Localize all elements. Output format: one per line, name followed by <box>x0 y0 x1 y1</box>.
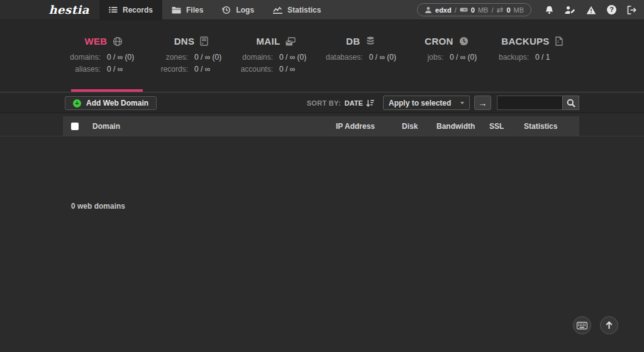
search-button[interactable] <box>562 96 579 110</box>
tab-mail[interactable]: MAIL <box>239 36 313 47</box>
search-group <box>497 96 579 110</box>
stat-col-mail: MAIL domains: 0 / ∞ (0) accounts: 0 / ∞ <box>239 36 313 74</box>
stat-key: databases: <box>326 53 363 62</box>
keyboard-shortcuts-button[interactable] <box>573 316 591 334</box>
stat-col-web: WEB domains: 0 / ∞ (0) aliases: 0 / ∞ <box>63 36 145 74</box>
server-icon <box>200 36 208 46</box>
tab-dns[interactable]: DNS <box>156 36 226 47</box>
list-icon <box>109 6 118 13</box>
stat-key: records: <box>156 65 188 74</box>
stat-title-label: DNS <box>174 36 195 47</box>
user-usage-pill[interactable]: edxd / 0 MB / ⇄ 0 MB <box>417 3 531 16</box>
toolbar-right: SORT BY: DATE Apply to selected → <box>307 96 579 110</box>
folder-icon <box>172 6 181 14</box>
search-input[interactable] <box>497 96 562 110</box>
hdd-icon <box>460 6 468 14</box>
stat-value: 0 / ∞ (0) <box>369 53 396 62</box>
chart-line-icon <box>273 6 282 14</box>
stat-value: 0 / ∞ <box>107 65 145 74</box>
clock-icon <box>459 36 469 46</box>
sort-by-label: SORT BY: <box>307 99 341 107</box>
nav-item-label: Logs <box>236 6 254 14</box>
arrow-up-icon <box>605 321 613 329</box>
select-all-checkbox[interactable] <box>71 123 79 130</box>
exchange-icon: ⇄ <box>496 6 503 14</box>
nav-item-logs[interactable]: Logs <box>213 0 264 19</box>
tab-backups[interactable]: BACKUPS <box>497 36 567 47</box>
nav-item-files[interactable]: Files <box>162 0 213 19</box>
usage-stats-panel: WEB domains: 0 / ∞ (0) aliases: 0 / ∞ DN… <box>0 19 644 92</box>
stat-col-cron: CRON jobs: 0 / ∞ (0) <box>415 36 478 62</box>
stat-title-label: CRON <box>425 36 453 47</box>
notifications-bell-icon[interactable] <box>545 6 554 14</box>
active-tab-underline <box>71 89 143 92</box>
plus-icon: + <box>73 99 81 107</box>
tab-db[interactable]: DB <box>326 36 395 47</box>
stat-col-dns: DNS zones: 0 / ∞ (0) records: 0 / ∞ <box>156 36 226 74</box>
apply-to-selected-select[interactable]: Apply to selected <box>383 96 470 110</box>
keyboard-icon <box>577 322 587 329</box>
sort-amount-icon <box>366 99 374 107</box>
stat-col-db: DB databases: 0 / ∞ (0) <box>326 36 395 62</box>
stat-value: 0 / ∞ (0) <box>279 53 313 62</box>
column-header-bandwidth: Bandwidth <box>436 122 489 131</box>
logout-icon[interactable] <box>627 6 636 14</box>
column-header-ip: IP Address <box>336 122 402 131</box>
stat-title-label: MAIL <box>257 36 280 47</box>
sort-by-date-button[interactable]: DATE <box>345 99 374 107</box>
stat-value: 0 / ∞ (0) <box>450 53 478 62</box>
stat-value: 0 / ∞ (0) <box>107 53 145 62</box>
nav-item-records[interactable]: Records <box>99 0 162 19</box>
disk-usage-unit: MB <box>478 6 489 14</box>
username: edxd <box>435 6 452 14</box>
topbar-right: edxd / 0 MB / ⇄ 0 MB <box>417 0 636 19</box>
sort-value-label: DATE <box>345 99 363 107</box>
empty-list-message: 0 web domains <box>71 202 125 211</box>
globe-icon <box>113 36 123 47</box>
select-value: Apply to selected <box>389 99 451 107</box>
main-nav: Records Files Logs <box>99 0 330 19</box>
nav-item-statistics[interactable]: Statistics <box>264 0 330 19</box>
question-glyph: ? <box>607 5 616 14</box>
tab-web[interactable]: WEB <box>63 36 145 47</box>
stat-value: 0 / ∞ <box>194 65 226 74</box>
stat-key: zones: <box>156 53 188 62</box>
bandwidth-usage-unit: MB <box>514 6 525 14</box>
stat-key: accounts: <box>239 65 273 74</box>
separator: / <box>455 6 457 14</box>
stat-key: domains: <box>239 53 273 62</box>
topbar: hestia Records Files <box>0 0 644 19</box>
warning-icon[interactable] <box>586 6 596 14</box>
floating-buttons <box>573 316 618 334</box>
nav-item-label: Records <box>123 6 153 14</box>
column-header-domain: Domain <box>92 122 336 131</box>
stat-key: jobs: <box>415 53 443 62</box>
archive-file-icon <box>555 36 563 46</box>
logo-text: hestia <box>49 3 90 16</box>
stat-key: backups: <box>497 53 529 62</box>
app-logo[interactable]: hestia <box>0 0 99 19</box>
column-header-disk: Disk <box>402 122 436 131</box>
scroll-to-top-button[interactable] <box>600 316 618 334</box>
stat-key: domains: <box>63 53 101 62</box>
list-toolbar: + Add Web Domain SORT BY: DATE Apply to … <box>0 93 644 113</box>
stat-key: aliases: <box>63 65 101 74</box>
database-icon <box>366 36 375 46</box>
stat-title-label: DB <box>346 36 360 47</box>
arrow-right-icon: → <box>479 99 487 107</box>
edit-user-icon[interactable] <box>565 6 575 14</box>
bandwidth-usage-value: 0 <box>506 6 510 14</box>
user-icon <box>425 6 432 14</box>
stat-value: 0 / ∞ (0) <box>194 53 226 62</box>
separator: / <box>491 6 493 14</box>
stat-value: 0 / ∞ <box>279 65 313 74</box>
help-icon[interactable]: ? <box>607 5 616 14</box>
domains-table-header: Domain IP Address Disk Bandwidth SSL Sta… <box>63 116 579 136</box>
apply-go-button[interactable]: → <box>474 96 491 110</box>
stat-col-backups: BACKUPS backups: 0 / 1 <box>497 36 567 62</box>
stat-title-label: WEB <box>85 36 108 47</box>
add-web-domain-button[interactable]: + Add Web Domain <box>65 96 157 110</box>
tab-cron[interactable]: CRON <box>415 36 478 47</box>
add-button-label: Add Web Domain <box>86 99 148 107</box>
content-separator <box>0 136 644 136</box>
